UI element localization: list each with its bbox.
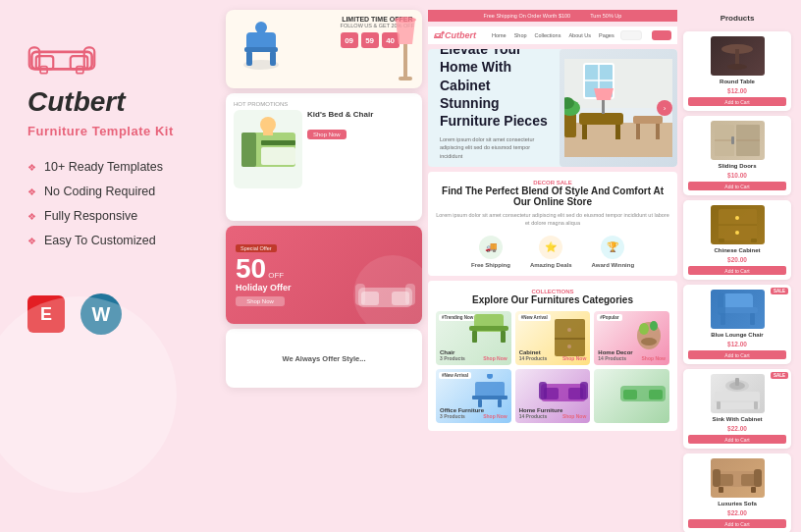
svg-point-74 (727, 64, 747, 70)
chinese-cabinet-img (711, 205, 765, 244)
store-search[interactable] (620, 30, 642, 40)
nav-collections[interactable]: Collections (535, 32, 561, 38)
free-shipping-text: Free Shipping On Order Worth $100 (484, 13, 571, 19)
category-office[interactable]: #New Arrival Office Furniture 3 Products… (436, 369, 511, 423)
svg-rect-102 (754, 469, 762, 487)
diamond-icon: ❖ (27, 186, 36, 197)
sliding-doors-img (711, 121, 765, 160)
categories-grid: #Trending Now Chair 3 Products Shop Now (436, 311, 669, 423)
kids-bed-card: Kid's Bed & Chair Shop Now (234, 110, 414, 188)
hero-content: DECOR SALE Elevate Your Home With Cabine… (428, 49, 560, 167)
svg-rect-48 (469, 326, 508, 331)
nav-about[interactable]: About Us (568, 32, 591, 38)
elementor-label: E (40, 304, 52, 325)
svg-rect-103 (719, 487, 723, 493)
category-home-decor[interactable]: #Popular Home Decor 14 Products Shop Now (594, 311, 669, 365)
svg-rect-13 (258, 32, 264, 37)
explore-section: COLLECTIONS Explore Our Furnitures Categ… (428, 281, 677, 431)
svg-rect-104 (751, 487, 756, 493)
find-section: DECOR SALE Find The Perfect Blend Of Sty… (428, 172, 677, 276)
office-name: Office Furniture 3 Products (440, 407, 484, 419)
svg-rect-60 (472, 396, 507, 399)
sink-cabinet-name: Sink With Cabinet (713, 416, 763, 422)
svg-rect-79 (731, 136, 734, 144)
svg-rect-99 (719, 474, 733, 486)
svg-rect-11 (270, 51, 276, 66)
lounge-chair-add-btn[interactable]: Add to Cart (688, 350, 786, 359)
home-furniture-cat-img (539, 374, 588, 408)
svg-point-58 (650, 321, 658, 331)
product-card-chinese-cabinet: Chinese Cabinet $20.00 Add to Cart (683, 200, 791, 280)
luxuries-sofa-price: $22.00 (727, 509, 747, 516)
lounge-chair-name: Blue Lounge Chair (711, 332, 763, 338)
category-home-furniture[interactable]: Home Furniture 14 Products Shop Now (515, 369, 591, 423)
svg-rect-44 (564, 113, 576, 137)
svg-rect-67 (539, 382, 547, 399)
office-shop[interactable]: Shop Now (483, 413, 507, 419)
free-shipping-circle: 🚚 (479, 236, 503, 259)
hero-next-btn[interactable]: › (657, 100, 672, 116)
preview-container: Limited Time Offer FOLLOW US & GET 20% O… (226, 10, 791, 522)
chinese-cabinet-price: $20.00 (727, 256, 747, 263)
lounge-chair-sale: SALE (771, 288, 788, 294)
svg-point-57 (639, 323, 649, 335)
list-item: ❖ Fully Responsive (27, 209, 163, 223)
explore-title: Explore Our Furnitures Categories (436, 294, 669, 305)
home-furniture-shop[interactable]: Shop Now (562, 413, 586, 419)
decor-shop[interactable]: Shop Now (642, 355, 666, 361)
hero-title: Elevate Your Home With Cabinet Stunning … (440, 49, 548, 130)
diamond-icon: ❖ (27, 236, 36, 246)
round-table-add-btn[interactable]: Add to Cart (688, 97, 786, 106)
nav-home[interactable]: Home (492, 32, 507, 38)
category-chair[interactable]: #Trending Now Chair 3 Products Shop Now (436, 311, 511, 365)
product-card-luxuries-sofa: Luxuries Sofa $22.00 Add to Cart (683, 453, 791, 532)
svg-rect-41 (656, 124, 660, 139)
feature-amazing-deals: ⭐ Amazing Deals (530, 236, 572, 268)
hero-desc: Lorem ipsum dolor sit amet consectetur a… (440, 135, 548, 160)
svg-rect-40 (636, 124, 640, 139)
decor-cat-img (632, 314, 667, 358)
store-logo-name: Cutbert (445, 30, 476, 40)
shop-now-button[interactable]: Shop Now (307, 130, 347, 139)
cabinet-name: Cabinet 14 Products (519, 349, 548, 361)
svg-rect-85 (751, 239, 757, 242)
kids-bed-img (234, 110, 302, 188)
luxuries-sofa-svg (713, 461, 762, 495)
cabinet-shop[interactable]: Shop Now (562, 355, 586, 361)
nav-pages[interactable]: Pages (599, 32, 614, 38)
cart-button[interactable] (652, 30, 671, 40)
svg-rect-97 (754, 401, 758, 409)
svg-marker-15 (396, 20, 415, 44)
svg-rect-96 (717, 401, 721, 409)
lamp-svg (391, 10, 420, 83)
nav-shop[interactable]: Shop (514, 32, 527, 38)
office-cat-img (470, 374, 509, 408)
svg-rect-37 (582, 125, 587, 139)
svg-rect-20 (261, 140, 295, 145)
kids-bed-svg (237, 113, 300, 186)
svg-rect-90 (718, 293, 725, 315)
sink-cabinet-add-btn[interactable]: Add to Cart (688, 435, 786, 444)
list-item: ❖ 10+ Ready Templates (27, 160, 163, 174)
category-extra[interactable] (594, 369, 669, 423)
cabinet-tag: #New Arrival (518, 314, 551, 321)
luxuries-sofa-name: Luxuries Sofa (718, 501, 757, 506)
decor-tag: #Popular (597, 314, 621, 321)
chair-shop[interactable]: Shop Now (483, 355, 507, 361)
svg-rect-100 (741, 474, 756, 486)
svg-rect-95 (735, 378, 739, 386)
chinese-cabinet-add-btn[interactable]: Add to Cart (688, 266, 786, 275)
extra-cat-img (618, 374, 668, 408)
luxuries-sofa-add-btn[interactable]: Add to Cart (688, 519, 786, 528)
round-table-img (711, 36, 765, 76)
category-cabinet[interactable]: #New Arrival Cabinet 14 Products Shop No… (515, 311, 591, 365)
promo-shop-btn[interactable]: Shop Now (236, 296, 285, 306)
svg-rect-38 (615, 125, 620, 139)
products-header: Products (683, 10, 791, 27)
kids-bed-title: Kid's Bed & Chair (307, 110, 414, 120)
sliding-doors-add-btn[interactable]: Add to Cart (688, 182, 786, 190)
sink-cabinet-sale: SALE (771, 372, 788, 379)
svg-rect-42 (602, 100, 605, 114)
list-item: ❖ Easy To Customized (27, 234, 163, 247)
svg-rect-84 (719, 239, 724, 242)
